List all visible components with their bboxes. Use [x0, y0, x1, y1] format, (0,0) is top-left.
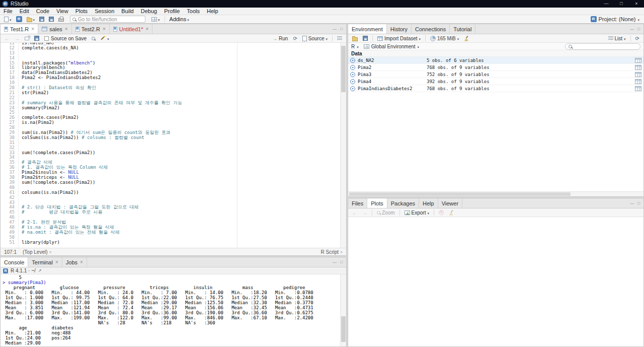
expand-object-icon[interactable]: [350, 65, 355, 70]
tab-connections[interactable]: Connections: [412, 24, 450, 34]
doc-type-selector[interactable]: R Script÷: [320, 249, 343, 255]
close-tab-icon[interactable]: ×: [65, 26, 68, 32]
view-data-icon[interactable]: [635, 86, 641, 91]
tab-history[interactable]: History: [387, 24, 412, 34]
env-object-pima2[interactable]: Pima2768 obs. of 9 variables: [348, 64, 643, 71]
next-plot-button[interactable]: →: [360, 210, 369, 216]
save-doc-button[interactable]: [32, 35, 41, 41]
console-output[interactable]: 5> summary(Pima3) pregnant glucose press…: [1, 274, 340, 346]
tab-viewer[interactable]: Viewer: [438, 198, 462, 208]
scrollbar-thumb[interactable]: [349, 192, 571, 196]
menu-edit[interactable]: Edit: [16, 8, 33, 15]
minimize-button[interactable]: —: [599, 0, 614, 8]
tab-jobs[interactable]: Jobs×: [62, 257, 87, 267]
left-horizontal-splitter[interactable]: [0, 256, 347, 257]
env-object-pima4[interactable]: Pima4392 obs. of 9 variables: [348, 78, 643, 85]
console-scrollbar[interactable]: [340, 274, 346, 346]
import-dataset-button[interactable]: Import Dataset: [375, 35, 423, 42]
close-tab-icon[interactable]: ×: [80, 259, 83, 265]
refresh-environment-button[interactable]: ⟳: [633, 35, 641, 42]
language-selector[interactable]: R: [351, 44, 359, 49]
document-outline-button[interactable]: [335, 36, 344, 41]
tab-plots[interactable]: Plots: [367, 198, 387, 208]
tab-help[interactable]: Help: [419, 198, 438, 208]
source-button[interactable]: Source: [300, 35, 330, 42]
expand-object-icon[interactable]: [350, 72, 355, 77]
code-tools-button[interactable]: [98, 35, 111, 42]
new-project-button[interactable]: [15, 16, 24, 23]
memory-usage-widget[interactable]: 165 MiB: [428, 35, 461, 42]
close-button[interactable]: ×: [629, 0, 644, 8]
save-workspace-button[interactable]: [361, 35, 370, 41]
maximize-pane-icon[interactable]: □: [637, 201, 640, 205]
environment-selector[interactable]: Global Environment: [364, 44, 419, 49]
env-object-pimaindiansdiabetes2[interactable]: PimaIndiansDiabetes2768 obs. of 9 variab…: [348, 85, 643, 92]
right-horizontal-splitter[interactable]: [348, 197, 644, 198]
tab-environment[interactable]: Environment: [348, 24, 387, 34]
open-directory-icon[interactable]: ↗: [38, 268, 42, 273]
remove-plot-button[interactable]: [437, 210, 446, 216]
tab-terminal[interactable]: Terminal×: [28, 257, 62, 267]
code-editor[interactable]: 1112131415161718192021222324252627282930…: [1, 43, 346, 248]
view-data-icon[interactable]: [635, 58, 641, 63]
tab-test2-r[interactable]: Test2.R×: [72, 24, 110, 34]
expand-object-icon[interactable]: [350, 58, 355, 63]
menu-session[interactable]: Session: [91, 8, 118, 15]
previous-plot-button[interactable]: ←: [350, 210, 359, 216]
addins-menu[interactable]: Addins: [168, 16, 191, 23]
minimize-pane-icon[interactable]: —: [630, 201, 634, 205]
maximize-pane-icon[interactable]: □: [340, 27, 343, 31]
scrollbar-thumb[interactable]: [341, 316, 346, 342]
tab-console[interactable]: Console: [1, 257, 28, 267]
maximize-pane-icon[interactable]: □: [340, 260, 343, 264]
close-tab-icon[interactable]: ×: [55, 259, 58, 265]
source-on-save-checkbox[interactable]: Source on Save: [44, 36, 87, 41]
save-all-button[interactable]: [47, 16, 55, 22]
close-tab-icon[interactable]: ×: [31, 26, 34, 32]
scope-selector[interactable]: (Top Level)÷: [23, 249, 51, 255]
menu-debug[interactable]: Debug: [137, 8, 160, 15]
maximize-pane-icon[interactable]: □: [637, 27, 640, 31]
workspace-panes-button[interactable]: [150, 16, 162, 23]
view-data-icon[interactable]: [635, 72, 641, 77]
tab-packages[interactable]: Packages: [387, 198, 419, 208]
load-workspace-button[interactable]: [350, 35, 360, 42]
menu-code[interactable]: Code: [33, 8, 53, 15]
menu-view[interactable]: View: [53, 8, 72, 15]
print-button[interactable]: [57, 16, 65, 22]
run-button[interactable]: Run: [270, 35, 290, 42]
rerun-button[interactable]: ⟳: [291, 35, 299, 42]
new-file-button[interactable]: [3, 16, 13, 23]
open-file-button[interactable]: [25, 16, 37, 23]
forward-button[interactable]: →: [13, 35, 22, 42]
tab-test1-r[interactable]: Test1.R×: [1, 24, 38, 34]
project-menu[interactable]: Project: (None): [591, 16, 642, 22]
maximize-button[interactable]: □: [614, 0, 629, 8]
env-object-ds-na2[interactable]: ds_NA25 obs. of 6 variables: [348, 57, 643, 64]
view-data-icon[interactable]: [635, 65, 641, 70]
tab-tutorial[interactable]: Tutorial: [450, 24, 475, 34]
tab-untitled1[interactable]: Untitled1*×: [110, 24, 153, 34]
zoom-plot-button[interactable]: Zoom: [375, 210, 397, 216]
clear-plots-button[interactable]: [447, 210, 456, 216]
menu-plots[interactable]: Plots: [72, 8, 91, 15]
goto-file-input[interactable]: Go to file/function: [70, 16, 145, 23]
scrollbar-thumb[interactable]: [341, 46, 346, 92]
export-plot-button[interactable]: Export: [403, 210, 431, 216]
tab-files[interactable]: Files: [348, 198, 367, 208]
back-button[interactable]: ←: [3, 35, 12, 42]
environment-search-input[interactable]: [565, 43, 640, 50]
expand-object-icon[interactable]: [350, 86, 355, 91]
popout-button[interactable]: [23, 36, 31, 41]
close-tab-icon[interactable]: ×: [146, 26, 149, 32]
find-replace-button[interactable]: [90, 36, 97, 41]
menu-help[interactable]: Help: [203, 8, 222, 15]
environment-horizontal-scrollbar[interactable]: [348, 191, 643, 196]
minimize-pane-icon[interactable]: —: [333, 260, 337, 264]
clear-environment-button[interactable]: [462, 35, 471, 42]
menu-file[interactable]: File: [0, 8, 16, 15]
env-object-pima3[interactable]: Pima3752 obs. of 9 variables: [348, 71, 643, 78]
menu-profile[interactable]: Profile: [160, 8, 183, 15]
close-tab-icon[interactable]: ×: [103, 26, 106, 32]
tab-sales[interactable]: sales×: [38, 24, 72, 34]
